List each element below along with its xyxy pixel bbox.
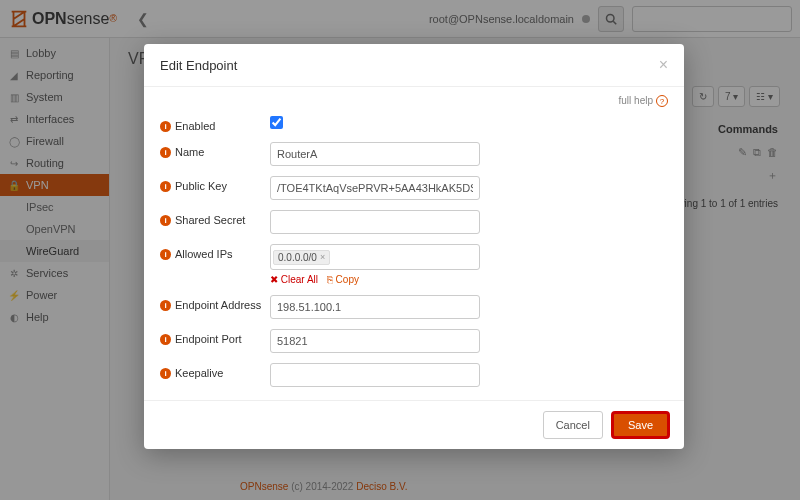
info-icon[interactable]: i	[160, 368, 171, 379]
allowed-ips-input[interactable]: 0.0.0.0/0×	[270, 244, 480, 270]
help-icon: ?	[656, 95, 668, 107]
label-enabled: Enabled	[175, 120, 215, 132]
label-name: Name	[175, 146, 204, 158]
full-help-toggle[interactable]: full help?	[144, 87, 684, 107]
cancel-button[interactable]: Cancel	[543, 411, 603, 439]
close-icon[interactable]: ×	[659, 56, 668, 74]
label-endpoint-port: Endpoint Port	[175, 333, 242, 345]
keepalive-input[interactable]	[270, 363, 480, 387]
ip-token[interactable]: 0.0.0.0/0×	[273, 250, 330, 265]
info-icon[interactable]: i	[160, 215, 171, 226]
endpoint-port-input[interactable]	[270, 329, 480, 353]
enabled-checkbox[interactable]	[270, 116, 283, 129]
name-input[interactable]	[270, 142, 480, 166]
remove-token-icon[interactable]: ×	[320, 252, 325, 262]
endpoint-address-input[interactable]	[270, 295, 480, 319]
info-icon[interactable]: i	[160, 300, 171, 311]
clear-all-link[interactable]: ✖ Clear All	[270, 274, 318, 285]
save-button[interactable]: Save	[611, 411, 670, 439]
info-icon[interactable]: i	[160, 121, 171, 132]
label-endpoint-address: Endpoint Address	[175, 299, 261, 311]
copy-link[interactable]: ⎘ Copy	[327, 274, 359, 285]
modal-title: Edit Endpoint	[160, 58, 237, 73]
shared-secret-input[interactable]	[270, 210, 480, 234]
public-key-input[interactable]	[270, 176, 480, 200]
label-public-key: Public Key	[175, 180, 227, 192]
info-icon[interactable]: i	[160, 147, 171, 158]
info-icon[interactable]: i	[160, 334, 171, 345]
label-shared-secret: Shared Secret	[175, 214, 245, 226]
edit-endpoint-modal: Edit Endpoint × full help? iEnabled iNam…	[144, 44, 684, 449]
label-keepalive: Keepalive	[175, 367, 223, 379]
info-icon[interactable]: i	[160, 181, 171, 192]
label-allowed-ips: Allowed IPs	[175, 248, 232, 260]
info-icon[interactable]: i	[160, 249, 171, 260]
